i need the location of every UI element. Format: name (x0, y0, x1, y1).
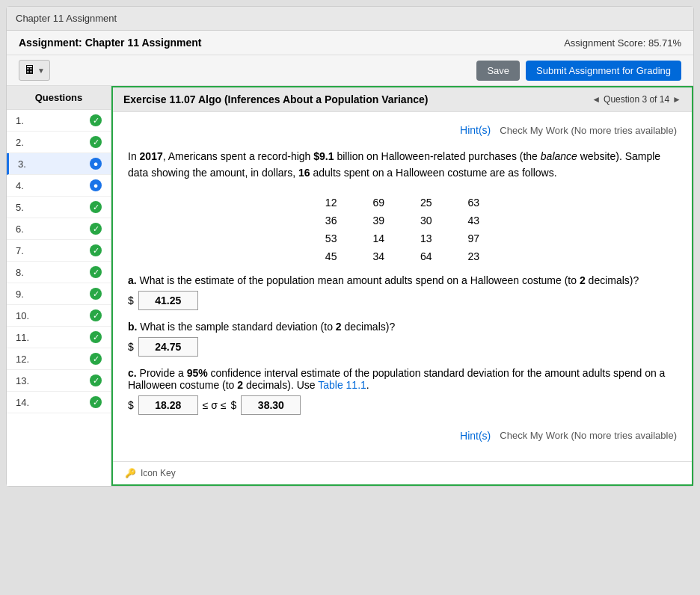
question-num-1: 1. (16, 115, 90, 126)
main-content: Questions 1. ✓ 2. ✓ 3. ● 4. ● 5. ✓ (7, 86, 693, 486)
status-icon-1: ✓ (90, 114, 102, 126)
part-c-input-row: $ ≤ σ ≤ $ (128, 395, 677, 415)
part-a-label: a. (128, 274, 137, 286)
status-icon-9: ✓ (90, 288, 102, 300)
question-item-10[interactable]: 10. ✓ (7, 305, 111, 327)
part-c-input-upper[interactable] (241, 395, 301, 415)
amount-highlight: $9.1 (313, 150, 334, 162)
data-cell-2-1: 36 (307, 212, 355, 229)
window-title: Chapter 11 Assignment (16, 13, 117, 24)
submit-button[interactable]: Submit Assignment for Grading (526, 61, 681, 81)
part-b-input[interactable] (138, 337, 198, 357)
icon-key-label: Icon Key (141, 468, 176, 478)
data-cell-3-1: 53 (307, 229, 355, 247)
status-icon-2: ✓ (90, 136, 102, 148)
data-cell-1-3: 25 (402, 194, 450, 212)
data-cell-4-1: 45 (307, 247, 355, 265)
key-icon: 🔑 (125, 468, 136, 478)
status-icon-4: ● (90, 179, 102, 191)
check-work-text-top: Check My Work (No more tries available) (500, 125, 677, 136)
question-item-11[interactable]: 11. ✓ (7, 327, 111, 348)
data-cell-4-3: 64 (402, 247, 450, 265)
part-a: a. What is the estimate of the populatio… (128, 274, 677, 310)
question-item-6[interactable]: 6. ✓ (7, 218, 111, 240)
question-item-9[interactable]: 9. ✓ (7, 283, 111, 305)
data-table: 12 69 25 63 36 39 30 43 53 (307, 194, 497, 265)
exercise-header: Exercise 11.07 Algo (Inferences About a … (113, 87, 692, 112)
part-a-input[interactable] (138, 291, 198, 310)
prev-question-arrow[interactable]: ◄ (592, 94, 601, 105)
question-num-6: 6. (16, 223, 90, 235)
question-num-8: 8. (16, 267, 90, 278)
question-num-11: 11. (16, 332, 90, 343)
source-text: balance (541, 150, 577, 162)
part-c-decimals: 2 (237, 379, 243, 391)
part-b-text: b. What is the sample standard deviation… (128, 321, 677, 333)
data-cell-2-2: 39 (354, 212, 402, 229)
question-item-3[interactable]: 3. ● (7, 153, 111, 175)
data-row-2: 36 39 30 43 (307, 212, 497, 229)
data-row-1: 12 69 25 63 (307, 194, 497, 212)
toolbar-left: 🖩 ▼ (19, 60, 50, 81)
question-item-12[interactable]: 12. ✓ (7, 348, 111, 370)
status-icon-12: ✓ (90, 353, 102, 365)
part-c-input-lower[interactable] (138, 395, 198, 415)
question-item-5[interactable]: 5. ✓ (7, 197, 111, 218)
toolbar-right: Save Submit Assignment for Grading (476, 61, 681, 81)
dropdown-arrow-icon: ▼ (37, 67, 45, 75)
problem-text: In 2017, Americans spent a record-high $… (128, 148, 677, 182)
part-b-dollar: $ (128, 341, 134, 353)
question-num-2: 2. (16, 137, 90, 148)
calculator-icon: 🖩 (24, 64, 36, 77)
exercise-panel: Exercise 11.07 Algo (Inferences About a … (111, 86, 693, 486)
question-num-4: 4. (16, 180, 90, 191)
question-num-10: 10. (16, 310, 90, 321)
table-link[interactable]: Table 11.1 (318, 379, 366, 391)
question-num-12: 12. (16, 354, 90, 365)
hint-link-top[interactable]: Hint(s) (460, 124, 491, 136)
status-icon-3: ● (90, 158, 102, 170)
part-a-description: What is the estimate of the population m… (140, 274, 639, 286)
data-row-4: 45 34 64 23 (307, 247, 497, 265)
question-nav: ◄ Question 3 of 14 ► (592, 94, 681, 105)
icon-key-bar: 🔑 Icon Key (113, 461, 692, 484)
question-item-7[interactable]: 7. ✓ (7, 240, 111, 262)
part-a-text: a. What is the estimate of the populatio… (128, 274, 677, 286)
save-button[interactable]: Save (476, 61, 520, 81)
questions-sidebar: Questions 1. ✓ 2. ✓ 3. ● 4. ● 5. ✓ (7, 86, 111, 486)
data-cell-3-2: 14 (354, 229, 402, 247)
question-item-8[interactable]: 8. ✓ (7, 262, 111, 283)
top-bar: Assignment: Chapter 11 Assignment Assign… (7, 31, 693, 55)
question-item-13[interactable]: 13. ✓ (7, 370, 111, 392)
part-a-input-row: $ (128, 291, 677, 310)
title-bar: Chapter 11 Assignment (7, 7, 693, 31)
status-icon-11: ✓ (90, 331, 102, 343)
calculator-button[interactable]: 🖩 ▼ (19, 60, 50, 81)
part-c-dollar2: $ (231, 399, 237, 411)
question-item-14[interactable]: 14. ✓ (7, 392, 111, 413)
part-c-label: c. (128, 367, 137, 379)
assignment-title: Assignment: Chapter 11 Assignment (19, 37, 202, 49)
status-icon-6: ✓ (90, 223, 102, 235)
next-question-arrow[interactable]: ► (672, 94, 681, 105)
part-b-description: What is the sample standard deviation (t… (140, 321, 395, 333)
check-work-text-bottom: Check My Work (No more tries available) (500, 430, 677, 441)
status-icon-7: ✓ (90, 244, 102, 256)
question-item-4[interactable]: 4. ● (7, 175, 111, 197)
part-b: b. What is the sample standard deviation… (128, 321, 677, 357)
part-c-dollar1: $ (128, 399, 134, 411)
question-num-9: 9. (16, 289, 90, 300)
hint-link-bottom[interactable]: Hint(s) (460, 430, 491, 442)
data-cell-1-2: 69 (354, 194, 402, 212)
exercise-body: Hint(s) Check My Work (No more tries ava… (113, 112, 692, 461)
part-c-text: c. Provide a 95% confidence interval est… (128, 367, 677, 391)
status-icon-10: ✓ (90, 309, 102, 321)
exercise-title: Exercise 11.07 Algo (Inferences About a … (123, 93, 428, 105)
sample-size-highlight: 16 (298, 167, 310, 179)
data-cell-3-4: 97 (450, 229, 498, 247)
question-item-2[interactable]: 2. ✓ (7, 132, 111, 153)
question-item-1[interactable]: 1. ✓ (7, 110, 111, 132)
question-num-13: 13. (16, 375, 90, 386)
status-icon-8: ✓ (90, 266, 102, 278)
main-window: Chapter 11 Assignment Assignment: Chapte… (6, 6, 694, 487)
